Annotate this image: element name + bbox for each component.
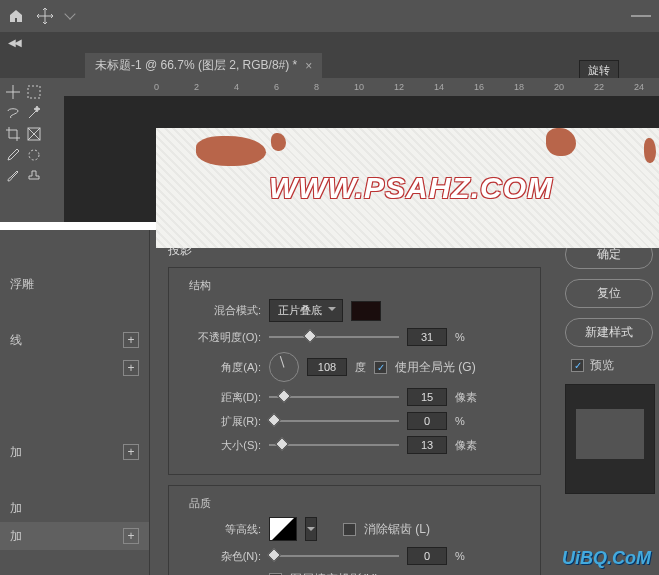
image-blob [196,136,266,166]
distance-unit: 像素 [455,390,477,405]
blend-mode-select[interactable]: 正片叠底 [269,299,343,322]
contour-label: 等高线: [181,522,261,537]
add-icon[interactable]: + [123,360,139,376]
new-style-button[interactable]: 新建样式 [565,318,653,347]
eyedropper-tool[interactable] [3,145,23,165]
size-label: 大小(S): [181,438,261,453]
svg-rect-0 [28,86,40,98]
svg-point-2 [29,150,39,160]
size-slider[interactable] [269,444,399,446]
stamp-tool[interactable] [24,166,44,186]
angle-dial[interactable] [269,352,299,382]
antialias-label: 消除锯齿 (L) [364,521,430,538]
antialias-checkbox[interactable] [343,523,356,536]
distance-label: 距离(D): [181,390,261,405]
knockout-label: 图层挖空投影(U) [290,571,379,575]
marquee-tool[interactable] [24,82,44,102]
angle-unit: 度 [355,360,366,375]
effect-item-overlay[interactable]: 加+ [0,438,149,466]
home-icon[interactable] [8,8,24,24]
ruler-vertical [46,96,64,222]
add-icon[interactable]: + [123,332,139,348]
opacity-label: 不透明度(O): [181,330,261,345]
wand-tool[interactable] [24,103,44,123]
noise-input[interactable] [407,547,447,565]
effect-item-stroke[interactable]: 线+ [0,326,149,354]
distance-slider[interactable] [269,396,399,398]
spread-input[interactable] [407,412,447,430]
effects-list: 浮雕 线+ + 加+ 加 加+ [0,230,150,575]
structure-heading: 结构 [185,278,215,293]
brush-tool[interactable] [3,166,23,186]
noise-unit: % [455,550,465,562]
effect-item[interactable] [0,410,149,438]
shadow-color-swatch[interactable] [351,301,381,321]
minimize-button[interactable] [631,15,651,17]
contour-picker[interactable] [269,517,297,541]
effect-item[interactable] [0,466,149,494]
reset-button[interactable]: 复位 [565,279,653,308]
spread-label: 扩展(R): [181,414,261,429]
move-tool-icon[interactable] [36,7,54,25]
document-tab-title: 未标题-1 @ 66.7% (图层 2, RGB/8#) * [95,57,297,74]
dropdown-arrow-icon[interactable] [64,8,75,19]
opacity-slider[interactable] [269,336,399,338]
image-blob [271,133,286,151]
preview-label: 预览 [590,357,614,374]
quality-heading: 品质 [185,496,215,511]
effect-item[interactable]: + [0,354,149,382]
contour-dropdown[interactable] [305,517,317,541]
canvas[interactable]: WWW.PSAHZ.COM [156,128,659,248]
add-icon[interactable]: + [123,444,139,460]
watermark-text: WWW.PSAHZ.COM [269,171,553,205]
toolbox [0,78,46,222]
image-blob [546,128,576,156]
add-icon[interactable]: + [123,528,139,544]
spread-slider[interactable] [269,420,399,422]
size-input[interactable] [407,436,447,454]
distance-input[interactable] [407,388,447,406]
frame-tool[interactable] [24,124,44,144]
angle-input[interactable] [307,358,347,376]
image-blob [644,138,656,163]
opacity-input[interactable] [407,328,447,346]
effect-item[interactable] [0,298,149,326]
global-light-checkbox[interactable] [374,361,387,374]
effect-item-bevel[interactable]: 浮雕 [0,270,149,298]
effect-item-shadow[interactable]: 加+ [0,522,149,550]
preview-swatch [565,384,655,494]
document-tab[interactable]: 未标题-1 @ 66.7% (图层 2, RGB/8#) * × [85,53,322,78]
crop-tool[interactable] [3,124,23,144]
move-tool[interactable] [3,82,23,102]
size-unit: 像素 [455,438,477,453]
spread-unit: % [455,415,465,427]
lasso-tool[interactable] [3,103,23,123]
close-icon[interactable]: × [305,59,312,73]
heal-tool[interactable] [24,145,44,165]
opacity-unit: % [455,331,465,343]
effect-item-overlay[interactable]: 加 [0,494,149,522]
noise-label: 杂色(N): [181,549,261,564]
effect-item[interactable] [0,382,149,410]
blend-mode-label: 混合模式: [181,303,261,318]
angle-label: 角度(A): [181,360,261,375]
site-watermark: UiBQ.CoM [562,548,651,569]
noise-slider[interactable] [269,555,399,557]
ruler-horizontal: 0 2 4 6 8 10 12 14 16 18 20 22 24 [46,78,659,96]
preview-checkbox[interactable] [571,359,584,372]
global-light-label: 使用全局光 (G) [395,359,476,376]
panel-collapse-icon[interactable]: ◀◀ [8,37,20,48]
